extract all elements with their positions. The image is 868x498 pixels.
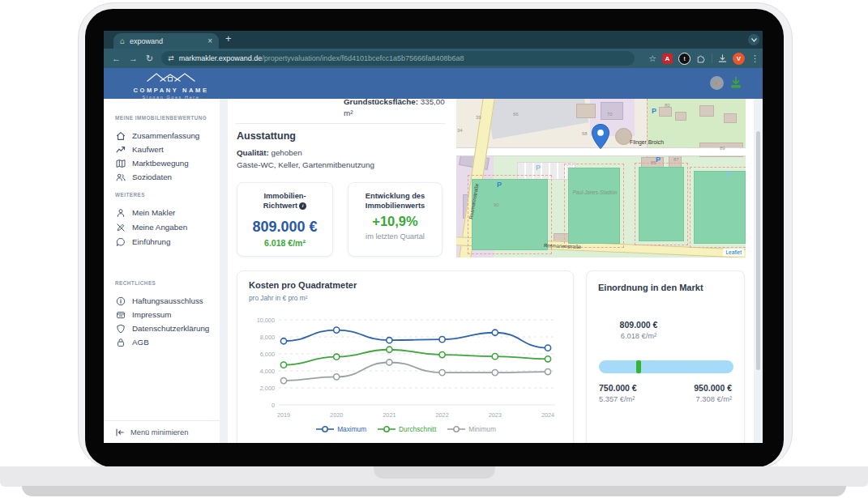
svg-text:2023: 2023 bbox=[489, 411, 502, 419]
svg-text:2,000: 2,000 bbox=[260, 385, 275, 392]
svg-text:2024: 2024 bbox=[541, 411, 554, 419]
svg-text:4,000: 4,000 bbox=[260, 368, 275, 375]
sidebar-item-meine-angaben[interactable]: Meine Angaben bbox=[104, 220, 220, 234]
browser-tab[interactable]: ⌂ expowand × bbox=[113, 33, 219, 49]
extensions-puzzle-icon[interactable] bbox=[696, 53, 706, 63]
sun-icon: ☀ bbox=[713, 79, 720, 87]
chart-legend: MaximumDurchschnittMinimum bbox=[237, 425, 575, 433]
svg-text:10,000: 10,000 bbox=[257, 317, 275, 324]
svg-text:2019: 2019 bbox=[277, 411, 290, 419]
downloads-icon[interactable] bbox=[718, 54, 727, 63]
market-high: 950.000 € 7.308 €/m² bbox=[694, 383, 732, 403]
map-house-number: 68 bbox=[582, 131, 588, 136]
new-tab-button[interactable]: + bbox=[225, 32, 232, 45]
sidebar-item-soziodaten[interactable]: Soziodaten bbox=[104, 170, 220, 184]
market-current: 809.000 € 6.018 €/m² bbox=[602, 320, 675, 340]
legend-marker-icon bbox=[447, 425, 465, 433]
line-chart[interactable]: 02,0004,0006,0008,00010,0002019202020212… bbox=[237, 309, 575, 424]
svg-text:2020: 2020 bbox=[330, 411, 343, 419]
scene: ⌂ expowand × + ← → ↻ ⇄ markmakler.expowa… bbox=[0, 0, 868, 498]
site-info-icon[interactable]: ⇄ bbox=[168, 54, 174, 62]
sidebar-item-datenschutz[interactable]: Datenschutzerklärung bbox=[104, 321, 220, 335]
market-range-bar bbox=[599, 360, 733, 373]
map-house-number: 80 bbox=[665, 103, 670, 108]
info-icon[interactable]: i bbox=[299, 202, 306, 210]
archive-icon bbox=[116, 310, 126, 320]
property-area: Grundstücksfläche: 335,00 m² bbox=[344, 99, 447, 119]
user-icon bbox=[116, 208, 126, 218]
collapse-menu-button[interactable]: Menü minimieren bbox=[104, 420, 220, 443]
legend-item-maximum[interactable]: Maximum bbox=[316, 425, 366, 433]
map-pitch bbox=[472, 179, 548, 250]
map-house-number: 89 bbox=[720, 146, 725, 151]
map-pin-icon[interactable] bbox=[592, 124, 609, 150]
tab-search-chevron-button[interactable] bbox=[748, 34, 759, 45]
map[interactable]: Flinger Broich Rosmarinstraße Rosmariens… bbox=[456, 99, 746, 258]
extension-icon[interactable]: t bbox=[678, 53, 691, 65]
legend-item-durchschnitt[interactable]: Durchschnitt bbox=[378, 425, 436, 433]
map-house-number: 87 bbox=[673, 157, 679, 162]
users-icon bbox=[116, 172, 126, 182]
laptop-base-edge bbox=[22, 486, 846, 496]
quality-line: Qualität: gehoben bbox=[237, 148, 302, 157]
sidebar-item-label: Zusammenfassung bbox=[132, 131, 199, 140]
profile-avatar[interactable]: V bbox=[733, 53, 745, 65]
toolbar-divider bbox=[712, 53, 712, 63]
sidebar-item-zusammenfassung[interactable]: Zusammenfassung bbox=[104, 129, 220, 143]
url-bar[interactable]: ⇄ markmakler.expowand.de /propertyvaluat… bbox=[161, 51, 635, 66]
sidebar-item-einfuehrung[interactable]: Einführung bbox=[104, 235, 220, 249]
legend-marker-icon bbox=[316, 425, 334, 433]
sidebar-item-label: Mein Makler bbox=[132, 208, 175, 217]
map-street-label: Flinger Broich bbox=[630, 139, 664, 145]
map-stadium-label: Paul-Janes-Stadion bbox=[570, 189, 620, 196]
sidebar-item-marktbewegung[interactable]: Marktbewegung bbox=[104, 156, 220, 170]
map-building bbox=[601, 102, 623, 120]
map-building bbox=[659, 107, 672, 117]
map-building bbox=[699, 105, 714, 117]
reload-icon[interactable]: ↻ bbox=[146, 54, 153, 63]
page-scrollbar[interactable] bbox=[756, 131, 760, 370]
sidebar-item-label: Datenschutzerklärung bbox=[132, 324, 209, 333]
trend-chart-icon bbox=[116, 145, 126, 155]
legend-item-minimum[interactable]: Minimum bbox=[447, 425, 496, 433]
app-body: MEINE IMMOBILIENBEWERTUNG Zusammenfassun… bbox=[104, 99, 763, 443]
sidebar-section-bewertung: MEINE IMMOBILIENBEWERTUNG bbox=[115, 115, 207, 121]
sidebar-item-impressum[interactable]: Impressum bbox=[104, 308, 220, 321]
sidebar-item-label: Soziodaten bbox=[132, 172, 172, 181]
download-icon bbox=[729, 76, 742, 89]
adobe-extension-icon[interactable]: A bbox=[662, 53, 673, 64]
lock-icon bbox=[116, 338, 126, 347]
pen-icon bbox=[116, 223, 126, 232]
map-area-industrial bbox=[486, 99, 589, 139]
sidebar-item-haftungsausschluss[interactable]: Haftungsausschluss bbox=[104, 294, 220, 308]
browser-menu-dots-icon[interactable]: ⋮ bbox=[750, 53, 759, 64]
sidebar-item-label: Einführung bbox=[132, 237, 170, 246]
company-logo[interactable]: COMPANY NAME Slogan Goes Here bbox=[118, 70, 224, 100]
back-icon[interactable]: ← bbox=[112, 54, 121, 63]
richtwert-title: Immobilien- Richtwerti bbox=[237, 191, 332, 211]
sidebar-item-label: Impressum bbox=[132, 310, 171, 319]
forward-icon[interactable]: → bbox=[129, 54, 138, 63]
market-high-value: 950.000 € bbox=[694, 383, 732, 393]
sidebar-section-weiteres: WEITERES bbox=[115, 192, 145, 198]
collapse-left-icon bbox=[115, 428, 125, 437]
map-attribution[interactable]: Leaflet bbox=[723, 249, 744, 256]
app-header: COMPANY NAME Slogan Goes Here ☀ bbox=[104, 68, 763, 99]
map-house-number: 34 bbox=[457, 128, 463, 133]
sidebar-item-mein-makler[interactable]: Mein Makler bbox=[104, 206, 220, 219]
collapse-menu-label: Menü minimieren bbox=[130, 428, 188, 436]
quality-label: Qualität: bbox=[237, 148, 269, 157]
map-house-number: 39 bbox=[476, 115, 481, 120]
market-title: Einordnung in den Markt bbox=[598, 283, 703, 292]
svg-text:6,000: 6,000 bbox=[260, 351, 275, 358]
map-building bbox=[724, 113, 737, 123]
theme-toggle-button[interactable]: ☀ bbox=[710, 76, 724, 90]
url-domain: markmakler.expowand.de bbox=[179, 54, 263, 62]
bookmark-star-icon[interactable]: ☆ bbox=[648, 53, 656, 64]
map-house-number: 90 bbox=[494, 202, 499, 207]
sidebar-item-agb[interactable]: AGB bbox=[104, 335, 220, 349]
market-low: 750.000 € 5.357 €/m² bbox=[599, 383, 637, 403]
download-report-button[interactable] bbox=[729, 76, 742, 92]
tab-close-icon[interactable]: × bbox=[207, 36, 212, 45]
sidebar-item-kaufwert[interactable]: Kaufwert bbox=[104, 143, 220, 156]
